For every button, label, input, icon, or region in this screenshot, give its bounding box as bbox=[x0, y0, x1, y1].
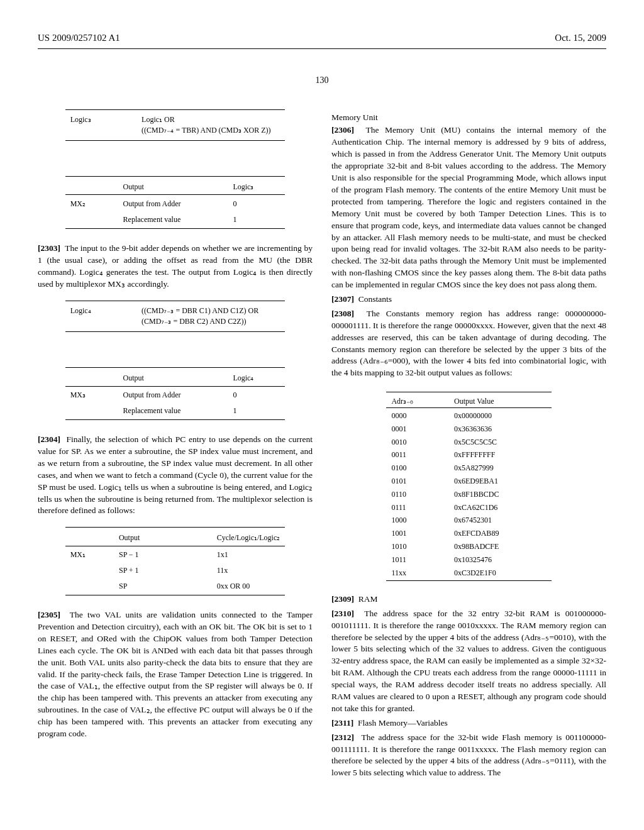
const-row: 0111 bbox=[386, 501, 449, 514]
mx2-row1-val: 0 bbox=[228, 196, 285, 212]
mx2-label: MX₂ bbox=[65, 196, 118, 212]
const-row: 0010 bbox=[386, 436, 449, 449]
const-row: 0x5C5C5C5C bbox=[449, 436, 552, 449]
mx3-col-output: Output bbox=[118, 370, 228, 386]
const-row: 0101 bbox=[386, 475, 449, 488]
para-2311-text: Flash Memory—Variables bbox=[358, 718, 448, 728]
logic4-table: Logic₄ ((CMD₇₋₃ = DBR C1) AND C1Z) OR (C… bbox=[65, 301, 286, 333]
const-row: 1010 bbox=[386, 540, 449, 553]
mx1-col-cycle: Cycle/Logic₁/Logic₂ bbox=[212, 530, 286, 546]
const-row: 0xFFFFFFFF bbox=[449, 448, 552, 462]
para-2307-num: [2307] bbox=[331, 294, 354, 304]
mx2-row2-output: Replacement value bbox=[118, 212, 228, 228]
const-col-adr: Adr₃₋₀ bbox=[386, 395, 449, 408]
para-2308: [2308] The Constants memory region has a… bbox=[331, 308, 606, 379]
constants-table: Adr₃₋₀ Output Value 00000x00000000 00010… bbox=[386, 392, 551, 581]
logic3-expr-2: ((CMD₇₋₄ = TBR) AND (CMD₃ XOR Z)) bbox=[142, 125, 280, 136]
para-2310-num: [2310] bbox=[331, 609, 354, 618]
mx2-row1-output: Output from Adder bbox=[118, 196, 228, 212]
const-row: 0x00000000 bbox=[449, 409, 552, 423]
mx2-table: Output Logic₃ MX₂ Output from Adder 0 Re… bbox=[65, 176, 286, 229]
page-number: 130 bbox=[38, 74, 606, 87]
mx1-row2-output: SP + 1 bbox=[114, 563, 212, 578]
mx3-row2-val: 1 bbox=[228, 403, 285, 419]
mx3-row1-output: Output from Adder bbox=[118, 387, 228, 403]
para-2310: [2310] The address space for the 32 entr… bbox=[331, 608, 606, 715]
doc-date: Oct. 15, 2009 bbox=[555, 31, 606, 45]
right-column: Memory Unit [2306] The Memory Unit (MU) … bbox=[331, 106, 606, 782]
para-2310-text: The address space for the 32 entry 32-bi… bbox=[331, 609, 606, 713]
const-row: 0x8F1BBCDC bbox=[449, 488, 552, 501]
logic3-label: Logic₃ bbox=[65, 112, 136, 138]
para-2306-num: [2306] bbox=[331, 125, 354, 135]
para-2303-text: The input to the 9-bit adder depends on … bbox=[38, 243, 313, 289]
mx2-row2-val: 1 bbox=[228, 212, 285, 228]
const-row: 0x10325476 bbox=[449, 553, 552, 567]
para-2305: [2305] The two VAL units are validation … bbox=[38, 609, 313, 740]
const-row: 1011 bbox=[386, 553, 449, 567]
mx3-table: Output Logic₄ MX₃ Output from Adder 0 Re… bbox=[65, 367, 286, 420]
para-2304-num: [2304] bbox=[38, 434, 60, 444]
const-row: 0011 bbox=[386, 448, 449, 462]
const-row: 0x5A827999 bbox=[449, 462, 552, 475]
para-2306: [2306] The Memory Unit (MU) contains the… bbox=[331, 124, 606, 290]
mx2-col-output: Output bbox=[118, 179, 228, 195]
doc-id: US 2009/0257102 A1 bbox=[38, 31, 120, 45]
const-row: 0x6ED9EBA1 bbox=[449, 475, 552, 488]
const-row: 1000 bbox=[386, 514, 449, 527]
header-rule bbox=[38, 48, 606, 49]
para-2307-text: Constants bbox=[358, 294, 392, 304]
const-row: 0x36363636 bbox=[449, 423, 552, 436]
para-2304-text: Finally, the selection of which PC entry… bbox=[38, 434, 313, 515]
para-2308-text: The Constants memory region has address … bbox=[331, 309, 606, 377]
const-row: 0x67452301 bbox=[449, 514, 552, 527]
para-2305-num: [2305] bbox=[38, 610, 60, 619]
const-row: 0000 bbox=[386, 409, 449, 423]
para-2312-text: The address space for the 32-bit wide Fl… bbox=[331, 733, 606, 778]
mx1-row1-output: SP − 1 bbox=[114, 547, 212, 563]
mx1-table: Output Cycle/Logic₁/Logic₂ MX₁ SP − 1 1x… bbox=[65, 527, 286, 595]
mx1-row2-val: 11x bbox=[212, 563, 286, 578]
para-2311: [2311] Flash Memory—Variables bbox=[331, 717, 606, 729]
logic4-expr-1: ((CMD₇₋₃ = DBR C1) AND C1Z) OR bbox=[142, 306, 280, 316]
const-row: 1001 bbox=[386, 527, 449, 540]
mx3-row2-output: Replacement value bbox=[118, 403, 228, 419]
mx1-row3-output: SP bbox=[114, 578, 212, 594]
para-2309-num: [2309] bbox=[331, 594, 354, 604]
memory-unit-heading: Memory Unit bbox=[331, 112, 606, 124]
logic4-expr-2: (CMD₇₋₃ = DBR C2) AND C2Z)) bbox=[142, 316, 280, 327]
const-row: 0110 bbox=[386, 488, 449, 501]
logic3-expr-1: Logic₁ OR bbox=[142, 114, 280, 125]
para-2304: [2304] Finally, the selection of which P… bbox=[38, 434, 313, 517]
para-2312: [2312] The address space for the 32-bit … bbox=[331, 732, 606, 780]
para-2309: [2309] RAM bbox=[331, 594, 606, 606]
mx1-col-output: Output bbox=[114, 530, 212, 546]
const-row: 0x98BADCFE bbox=[449, 540, 552, 553]
mx1-row1-val: 1x1 bbox=[212, 547, 286, 563]
const-row: 11xx bbox=[386, 567, 449, 580]
logic3-table: Logic₃ Logic₁ OR ((CMD₇₋₄ = TBR) AND (CM… bbox=[65, 109, 286, 141]
const-row: 0xC3D2E1F0 bbox=[449, 567, 552, 580]
const-row: 0001 bbox=[386, 423, 449, 436]
const-row: 0xCA62C1D6 bbox=[449, 501, 552, 514]
mx3-label: MX₃ bbox=[65, 387, 118, 403]
para-2303: [2303] The input to the 9-bit adder depe… bbox=[38, 243, 313, 290]
mx1-label: MX₁ bbox=[65, 547, 114, 563]
const-row: 0xEFCDAB89 bbox=[449, 527, 552, 540]
const-col-value: Output Value bbox=[449, 395, 552, 408]
para-2307: [2307] Constants bbox=[331, 294, 606, 306]
para-2309-text: RAM bbox=[358, 594, 378, 604]
mx2-col-logic: Logic₃ bbox=[228, 179, 285, 195]
logic4-label: Logic₄ bbox=[65, 303, 136, 329]
mx3-col-logic: Logic₄ bbox=[228, 370, 285, 386]
left-column: Logic₃ Logic₁ OR ((CMD₇₋₄ = TBR) AND (CM… bbox=[38, 106, 313, 782]
para-2312-num: [2312] bbox=[331, 733, 354, 742]
para-2303-num: [2303] bbox=[38, 243, 60, 253]
mx1-row3-val: 0xx OR 00 bbox=[212, 578, 286, 594]
para-2308-num: [2308] bbox=[331, 309, 354, 318]
para-2306-text: The Memory Unit (MU) contains the intern… bbox=[331, 125, 606, 289]
para-2311-num: [2311] bbox=[331, 718, 353, 728]
para-2305-text: The two VAL units are validation units c… bbox=[38, 610, 313, 738]
const-row: 0100 bbox=[386, 462, 449, 475]
mx3-row1-val: 0 bbox=[228, 387, 285, 403]
